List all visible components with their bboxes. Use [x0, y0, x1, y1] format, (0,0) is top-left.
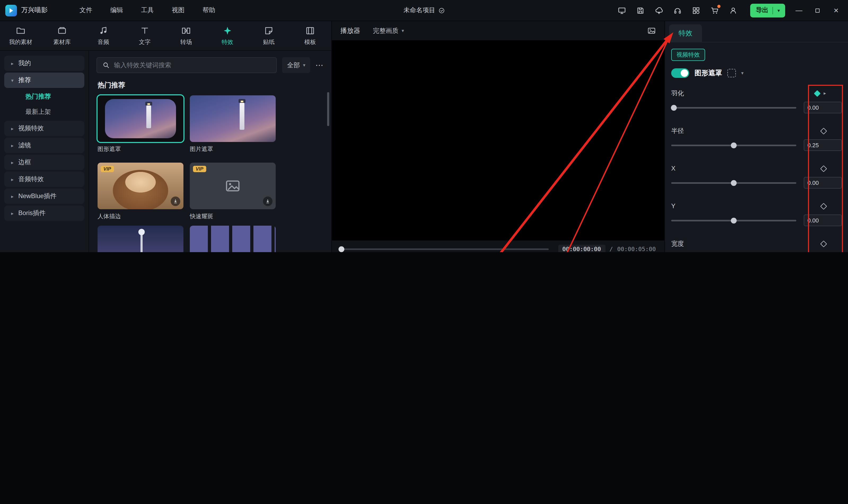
minimize-button[interactable]: — — [794, 6, 804, 14]
keyframe-diamond-icon[interactable] — [814, 90, 821, 96]
mask-preview-icon[interactable] — [727, 69, 736, 77]
sidebar-group-filters[interactable]: ▸ 滤镜 — [4, 138, 84, 153]
keyframe-diamond-icon[interactable] — [820, 203, 827, 209]
sidebar-group-boris[interactable]: ▸ Boris插件 — [4, 205, 84, 221]
more-options-button[interactable]: ⋯ — [315, 60, 324, 70]
sidebar-group-newblue[interactable]: ▸ NewBlue插件 — [4, 188, 84, 204]
player-title: 播放器 — [340, 26, 360, 35]
vip-badge: VIP — [101, 166, 114, 172]
media-tabbar: 我的素材 素材库 音频 文字 转场 特效 贴纸 模板 — [0, 21, 331, 51]
effect-item-quick-flare[interactable]: VIP 快速耀斑 — [190, 163, 276, 220]
app-logo-icon[interactable] — [5, 4, 17, 16]
filter-dropdown[interactable]: 全部 ▾ — [282, 57, 310, 73]
keyframe-diamond-icon[interactable] — [820, 127, 827, 134]
media-tab-my-media[interactable]: 我的素材 — [0, 21, 41, 50]
export-dropdown-chevron[interactable]: ▾ — [778, 8, 780, 13]
sidebar-group-audio-effects[interactable]: ▸ 音频特效 — [4, 172, 84, 187]
effects-category-sidebar: ▸ 我的 ▾ 推荐 热门推荐 最新上架 ▸ 视频特效 ▸ 滤镜 ▸ 边框 ▸ 音… — [0, 51, 89, 252]
cart-notification-dot — [717, 4, 721, 8]
effect-thumbnail — [190, 226, 276, 252]
menubar: 文件 编辑 工具 视图 帮助 — [80, 6, 215, 15]
param-value-input[interactable]: 0.00 — [804, 102, 842, 113]
media-tab-text[interactable]: 文字 — [124, 21, 166, 50]
vip-badge: VIP — [193, 166, 206, 172]
preview-screen — [332, 40, 664, 240]
project-title: 未命名项目 — [403, 6, 435, 15]
sidebar-group-borders[interactable]: ▸ 边框 — [4, 155, 84, 170]
app-name: 万兴喵影 — [21, 6, 48, 15]
media-tab-stickers[interactable]: 贴纸 — [248, 21, 290, 50]
effect-enable-toggle[interactable] — [671, 68, 689, 78]
support-headset-icon[interactable] — [673, 5, 682, 15]
next-keyframe-icon[interactable]: ▸ — [824, 91, 826, 96]
current-timecode: 00:00:00:00 — [558, 245, 605, 252]
media-tab-stock[interactable]: 素材库 — [41, 21, 83, 50]
section-title: 热门推荐 — [98, 80, 323, 90]
tab-effects-properties[interactable]: 特效 — [669, 24, 702, 42]
effect-item-partial[interactable] — [190, 226, 276, 252]
param-slider[interactable] — [671, 182, 796, 183]
menu-edit[interactable]: 编辑 — [110, 6, 123, 15]
close-button[interactable]: × — [831, 5, 841, 15]
media-tab-effects[interactable]: 特效 — [207, 21, 248, 50]
search-placeholder: 输入特效关键词搜索 — [114, 61, 171, 70]
export-button[interactable]: 导出 ▾ — [750, 3, 785, 17]
media-tab-audio[interactable]: 音频 — [83, 21, 124, 50]
timecode-display: 00:00:00:00 / 00:00:05:00 — [558, 245, 656, 252]
effect-thumbnail — [98, 226, 184, 252]
param-value-input[interactable]: 0.00 — [804, 177, 842, 188]
effect-item-body-outline[interactable]: VIP 人体描边 — [98, 163, 184, 220]
apps-grid-icon[interactable] — [692, 5, 701, 15]
effect-thumbnail — [98, 95, 184, 142]
menu-file[interactable]: 文件 — [80, 6, 92, 15]
param-value-input[interactable]: 0.25 — [804, 139, 842, 151]
menu-tools[interactable]: 工具 — [141, 6, 154, 15]
param-width: 宽度 00.00 — [671, 238, 842, 252]
effect-parameters: 羽化 ▸ 0.00 半径 0.25 — [665, 87, 848, 252]
save-project-icon[interactable] — [636, 5, 645, 15]
download-icon[interactable] — [171, 197, 180, 206]
preview-mode-icon[interactable] — [647, 26, 656, 35]
search-icon — [102, 61, 110, 69]
param-slider[interactable] — [671, 219, 796, 221]
effect-item-partial[interactable] — [98, 226, 184, 252]
menu-view[interactable]: 视图 — [172, 6, 185, 15]
sidebar-group-video-effects[interactable]: ▸ 视频特效 — [4, 121, 84, 136]
properties-panel: 特效 视频特效 图形遮罩 ▾ 羽化 ▸ 0.00 半径 — [664, 21, 848, 252]
sidebar-group-recommended[interactable]: ▾ 推荐 — [4, 73, 84, 88]
media-tab-transition[interactable]: 转场 — [166, 21, 207, 50]
app-window: 万兴喵影 文件 编辑 工具 视图 帮助 未命名项目 — [0, 0, 848, 252]
param-value-input[interactable]: 0.00 — [804, 215, 842, 226]
video-effect-badge[interactable]: 视频特效 — [671, 49, 705, 61]
keyframe-diamond-icon[interactable] — [820, 240, 827, 247]
keyframe-diamond-icon[interactable] — [820, 165, 827, 172]
effect-thumbnail: VIP — [98, 163, 184, 209]
playback-quality-dropdown[interactable]: 完整画质 ▾ — [373, 26, 404, 35]
effect-item-image-mask[interactable]: 图片遮罩 — [190, 95, 276, 153]
account-icon[interactable] — [729, 5, 738, 15]
effects-browser: 输入特效关键词搜索 全部 ▾ ⋯ 热门推荐 图形遮罩 图片遮罩 — [89, 51, 331, 252]
media-tab-templates[interactable]: 模板 — [290, 21, 331, 50]
effect-name: 图形遮罩 — [694, 68, 722, 78]
download-icon[interactable] — [263, 197, 273, 206]
param-slider[interactable] — [671, 144, 796, 146]
sidebar-item-newest[interactable]: 最新上架 — [4, 105, 84, 119]
effect-thumbnail: VIP — [190, 163, 276, 209]
param-slider[interactable] — [671, 107, 796, 108]
media-scrollbar[interactable] — [327, 92, 329, 126]
cart-icon[interactable] — [710, 5, 720, 15]
project-saved-icon — [438, 7, 445, 14]
sidebar-item-hot-recommended[interactable]: 热门推荐 — [4, 90, 84, 104]
media-panel: 我的素材 素材库 音频 文字 转场 特效 贴纸 模板 — [0, 21, 332, 252]
player-seek-thumb[interactable] — [339, 246, 344, 252]
duration-timecode: 00:00:05:00 — [617, 246, 656, 252]
display-switch-icon[interactable] — [617, 5, 627, 15]
menu-help[interactable]: 帮助 — [203, 6, 215, 15]
maximize-button[interactable] — [813, 7, 822, 14]
cloud-upload-icon[interactable] — [655, 5, 664, 15]
player-seekbar[interactable] — [340, 248, 549, 250]
sidebar-group-mine[interactable]: ▸ 我的 — [4, 56, 84, 71]
effect-collapse-chevron[interactable]: ▾ — [741, 70, 744, 76]
search-input[interactable]: 输入特效关键词搜索 — [97, 57, 277, 73]
effect-item-shape-mask[interactable]: 图形遮罩 — [98, 95, 184, 153]
